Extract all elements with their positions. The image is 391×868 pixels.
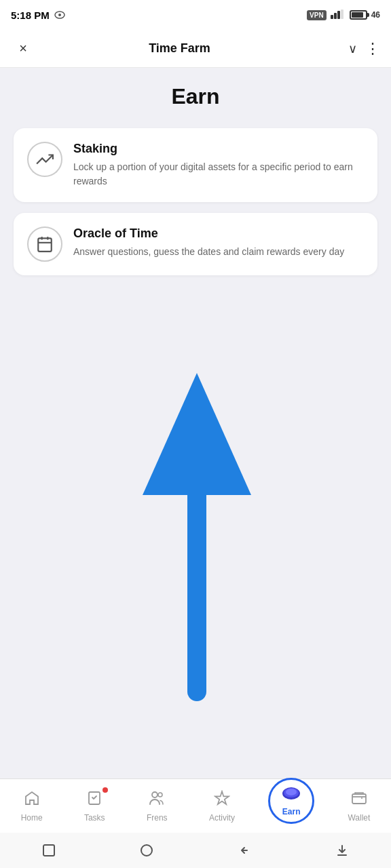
- svg-rect-19: [43, 845, 54, 856]
- frens-icon: [149, 790, 165, 810]
- main-content: Earn Staking Lock up a portion of your d…: [0, 68, 391, 778]
- svg-rect-3: [334, 13, 337, 19]
- back-button[interactable]: [232, 838, 257, 863]
- svg-rect-6: [38, 238, 52, 252]
- staking-text: Staking Lock up a portion of your digita…: [73, 142, 364, 189]
- battery-level: 46: [371, 10, 380, 20]
- oracle-icon: [27, 226, 62, 262]
- earn-icon: [282, 785, 301, 804]
- recent-apps-button[interactable]: [37, 838, 61, 863]
- page-title: Earn: [14, 84, 377, 109]
- system-nav-bar: [0, 833, 391, 868]
- nav-activity-label: Activity: [209, 813, 235, 823]
- app-title: Time Farm: [11, 41, 348, 56]
- nav-frens-label: Frens: [147, 813, 168, 823]
- activity-icon: [214, 790, 230, 810]
- home-button[interactable]: [134, 838, 159, 863]
- staking-title: Staking: [73, 142, 364, 156]
- app-bar-actions: ∨ ⋮: [348, 40, 380, 58]
- chevron-down-button[interactable]: ∨: [348, 41, 357, 56]
- status-bar: 5:18 PM VPN 46: [0, 0, 391, 30]
- nav-activity[interactable]: Activity: [201, 785, 243, 828]
- signal-strength: [331, 9, 346, 21]
- oracle-title: Oracle of Time: [73, 226, 364, 241]
- bottom-nav: Home Tasks Frens A: [0, 778, 391, 833]
- nav-frens[interactable]: Frens: [138, 785, 176, 828]
- staking-description: Lock up a portion of your digital assets…: [73, 160, 364, 189]
- nav-home-label: Home: [21, 813, 43, 823]
- battery-icon: [350, 10, 367, 20]
- nav-wallet[interactable]: Wallet: [339, 785, 378, 828]
- nav-wallet-label: Wallet: [348, 813, 370, 823]
- oracle-text: Oracle of Time Answer questions, guess t…: [73, 226, 364, 259]
- svg-rect-2: [331, 15, 333, 19]
- nav-tasks-label: Tasks: [84, 813, 105, 823]
- wallet-icon: [351, 790, 367, 810]
- svg-point-20: [141, 845, 152, 856]
- oracle-card[interactable]: Oracle of Time Answer questions, guess t…: [14, 213, 377, 275]
- nav-tasks[interactable]: Tasks: [76, 785, 113, 828]
- oracle-description: Answer questions, guess the dates and cl…: [73, 245, 364, 259]
- svg-point-1: [58, 14, 61, 16]
- svg-rect-5: [341, 9, 343, 19]
- tasks-badge: [103, 787, 108, 793]
- nav-earn-label: Earn: [282, 807, 301, 816]
- tasks-icon: [86, 790, 103, 810]
- vpn-badge: VPN: [307, 10, 327, 20]
- svg-point-17: [286, 789, 297, 795]
- svg-point-13: [152, 792, 157, 797]
- svg-point-14: [158, 793, 162, 797]
- app-bar: × Time Farm ∨ ⋮: [0, 30, 391, 68]
- nav-home[interactable]: Home: [13, 785, 51, 828]
- svg-rect-4: [337, 11, 340, 19]
- status-time: 5:18 PM: [11, 9, 66, 21]
- svg-rect-18: [352, 794, 366, 804]
- staking-card[interactable]: Staking Lock up a portion of your digita…: [14, 128, 377, 202]
- download-button[interactable]: [330, 838, 354, 863]
- lock-icon: [54, 11, 66, 19]
- more-options-button[interactable]: ⋮: [365, 40, 380, 58]
- staking-icon: [27, 142, 62, 177]
- nav-earn[interactable]: Earn: [268, 778, 314, 824]
- home-icon: [24, 790, 40, 810]
- status-icons: VPN 46: [307, 9, 380, 21]
